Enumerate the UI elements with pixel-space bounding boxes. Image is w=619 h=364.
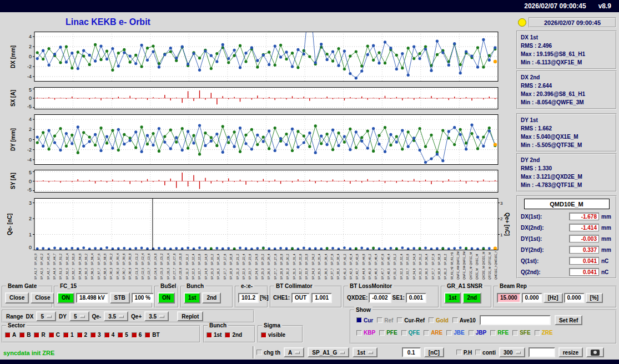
- set-ref-button[interactable]: Set Ref: [555, 315, 582, 325]
- show-checkbox-pfe[interactable]: PFE: [379, 330, 397, 336]
- fc15-kv-field[interactable]: 18.498 kV: [76, 293, 108, 303]
- title-bar-version: v8.9: [598, 2, 611, 10]
- bpm-name-label: SP_16_4: [217, 251, 220, 265]
- beam-rep-pct-field[interactable]: 0.000: [564, 293, 585, 303]
- sector-checkbox-1[interactable]: 1: [63, 332, 74, 338]
- dx-orbit-chart: 420-2-4: [20, 32, 509, 82]
- bpm-row-label: DX(1st):: [521, 214, 567, 220]
- dy-orbit-chart: 420-2-4: [20, 114, 509, 165]
- bpm-name-label: SP_55_2: [419, 251, 422, 265]
- checkbox-icon: [356, 330, 362, 336]
- show-checkbox-cur[interactable]: Cur: [356, 317, 373, 323]
- sector-checkbox-c[interactable]: C: [49, 332, 60, 338]
- threshold-field[interactable]: 0.1: [402, 347, 421, 357]
- bpm-row: DX(1st):-1.678mm: [517, 211, 616, 222]
- show-checkbox-cur-ref[interactable]: Cur-Ref: [397, 317, 425, 323]
- show-checkbox-qfe[interactable]: QFE: [401, 330, 420, 336]
- snsr-1st-button[interactable]: 1st: [444, 292, 461, 304]
- che1-field[interactable]: OUT: [291, 293, 310, 303]
- sector-checkbox-3[interactable]: 3: [90, 332, 101, 338]
- bpm-name-box[interactable]: QMD10E_M: [524, 199, 610, 209]
- bpm-name-label: SP_25_3: [261, 266, 264, 280]
- sector-checkbox-label: 3: [98, 332, 101, 338]
- sector-checkbox-bt[interactable]: BT: [145, 332, 159, 338]
- beam-gate-close-button-1[interactable]: Close: [5, 292, 29, 304]
- svg-text:-5: -5: [27, 104, 32, 109]
- ref-name-input[interactable]: [480, 315, 551, 325]
- sector-checkbox-5[interactable]: 5: [118, 332, 128, 338]
- sector-checkbox-b[interactable]: B: [19, 332, 31, 338]
- svg-text:2: 2: [500, 216, 503, 221]
- bpm-name-label: SP_B2_4: [66, 251, 69, 265]
- fc15-stb-button[interactable]: STB: [110, 292, 130, 304]
- sector-checkbox-2[interactable]: 2: [77, 332, 88, 338]
- bunch-2nd-button[interactable]: 2nd: [202, 292, 221, 304]
- range-dx-select[interactable]: 5: [36, 311, 56, 321]
- show-checkbox-label: KBP: [364, 330, 375, 336]
- bpm-row: DY(2nd):0.337mm: [517, 244, 616, 255]
- fc15-percent-field[interactable]: 100 %: [132, 293, 154, 303]
- bpm-name-label: SP_B8_8: [104, 251, 107, 265]
- bunch-value: 1st: [357, 350, 365, 356]
- show-checkbox-jbe[interactable]: JBE: [446, 330, 464, 336]
- sigma-checkbox-visible[interactable]: visible: [261, 332, 285, 338]
- beam-rep-field[interactable]: 15.000: [497, 293, 521, 303]
- threshold-unit: [nC]: [424, 347, 444, 357]
- show-checkbox-ave10[interactable]: Ave10: [452, 317, 476, 323]
- show-checkbox-zre[interactable]: ZRE: [535, 330, 553, 336]
- sp-select[interactable]: SP_A1_G: [308, 347, 349, 357]
- bpm-name-label: SP_46_5: [375, 266, 378, 280]
- show-checkbox-sfe[interactable]: SFE: [512, 330, 530, 336]
- collimator-value-field[interactable]: 1.001: [311, 293, 332, 303]
- blank-input[interactable]: [529, 347, 555, 357]
- bpm-name-label: SP_C4_9: [154, 266, 157, 280]
- bunch-checkbox-1st[interactable]: 1st: [207, 332, 222, 338]
- busel-on-button[interactable]: ON: [158, 292, 175, 304]
- conti-checkbox[interactable]: conti: [475, 350, 496, 356]
- bpm-name-label: SP_57_7: [432, 266, 435, 280]
- bunch-1st-button[interactable]: 1st: [184, 292, 200, 304]
- bpm-row-value: 0.337: [569, 246, 599, 254]
- bunch-checkbox-2nd[interactable]: 2nd: [225, 332, 242, 338]
- show-checkbox-ref[interactable]: Ref: [377, 317, 393, 323]
- bunch-gate-title: Bunch: [185, 283, 205, 290]
- ph-checkbox[interactable]: P.H: [456, 350, 472, 356]
- ee-ratio-field[interactable]: 101.2: [238, 293, 259, 303]
- bpm-name-label: SP_57_6: [432, 251, 435, 265]
- range-dy-select[interactable]: 5: [69, 311, 89, 321]
- camera-button[interactable]: [586, 347, 604, 357]
- beam-rep-hz-field[interactable]: 0.000: [522, 293, 542, 303]
- beam-gate-close-button-2[interactable]: Close: [31, 292, 54, 304]
- bpm-row-unit: mm: [601, 236, 612, 242]
- resize-button[interactable]: resize: [558, 347, 583, 357]
- se1-field[interactable]: 0.001: [406, 293, 426, 303]
- show-checkbox-gold[interactable]: Gold: [429, 317, 449, 323]
- range-qep-select[interactable]: 3.5: [144, 311, 169, 321]
- mode-select[interactable]: A: [284, 347, 304, 357]
- bpm-name-label: QWFE_3M: [463, 251, 466, 265]
- sector-checkbox-4[interactable]: 4: [104, 332, 115, 338]
- replot-button[interactable]: Replot: [177, 311, 203, 321]
- show-checkbox-rfe[interactable]: RFE: [490, 330, 509, 336]
- sector-checkbox-6[interactable]: 6: [132, 332, 142, 338]
- sector-checkbox-r[interactable]: R: [34, 332, 45, 338]
- sy-steering-chart: 50-5: [20, 170, 509, 193]
- show-checkbox-jbp[interactable]: JBP: [469, 330, 486, 336]
- sector-checkbox-a[interactable]: A: [5, 332, 16, 338]
- bpm-name-label: SP_B4_9: [79, 266, 82, 280]
- snsr-2nd-button[interactable]: 2nd: [462, 292, 481, 304]
- show-checkbox-are[interactable]: ARE: [424, 330, 442, 336]
- bpm-name-label: SP_C8_8: [179, 251, 182, 265]
- stat-rms: RMS : 1.662: [521, 124, 612, 133]
- fc15-on-button[interactable]: ON: [57, 292, 74, 304]
- checkbox-icon: [207, 332, 212, 338]
- bpm-row-value: 0.041: [569, 257, 599, 265]
- checkbox-icon: [456, 350, 462, 355]
- range-qem-select[interactable]: 3.5: [104, 311, 128, 321]
- chg-th-checkbox[interactable]: chg th: [256, 350, 280, 356]
- interval-select[interactable]: 300: [499, 347, 525, 357]
- bpm-name-label: SP_36_5: [325, 266, 328, 280]
- bunch-select[interactable]: 1st: [353, 347, 377, 357]
- show-checkbox-kbp[interactable]: KBP: [356, 330, 375, 336]
- qxd2e-field[interactable]: -0.002: [369, 293, 391, 303]
